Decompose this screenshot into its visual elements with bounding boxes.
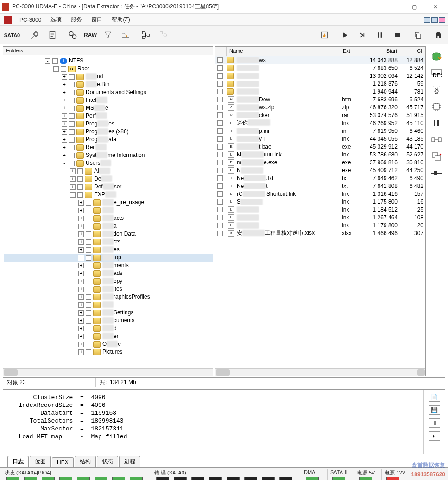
file-row[interactable]: xxxxxxxx13 302 06412 142 <box>215 72 425 80</box>
tree-row[interactable]: -Usersxxxx <box>4 159 213 167</box>
file-row[interactable]: Lxxxxxxxxlnk1 184 51225 <box>215 206 425 213</box>
tree-row[interactable]: +xxxxnd <box>4 73 213 81</box>
tree-checkbox[interactable] <box>86 279 91 284</box>
file-checkbox[interactable] <box>217 112 223 118</box>
file-checkbox[interactable] <box>217 81 223 87</box>
tree-expander[interactable]: - <box>45 58 50 64</box>
file-checkbox[interactable] <box>217 120 223 126</box>
tree-row[interactable]: +xxxxcuments <box>4 317 213 324</box>
tree-row[interactable]: +Oxxxxe <box>4 340 213 348</box>
stop-icon[interactable] <box>389 27 406 43</box>
tree-row[interactable]: xxxxtop <box>4 254 213 262</box>
tree-row[interactable]: +MSxxxxe <box>4 104 213 112</box>
tree-expander[interactable]: + <box>62 121 67 127</box>
tree-checkbox[interactable] <box>86 255 91 261</box>
file-checkbox[interactable] <box>217 160 223 165</box>
tree-scroll[interactable]: -iNTFS-RRoot+xxxxnd+xxxxe.Bin+Documents … <box>3 55 213 368</box>
file-row[interactable]: TNexxxxxxxxttxt7 641 8086 482 <box>215 182 425 190</box>
tree-row[interactable]: +Progxxxxata <box>4 136 213 143</box>
tab-struct[interactable]: 结构 <box>75 456 96 467</box>
menu-options[interactable]: 选项 <box>46 15 66 25</box>
file-checkbox[interactable] <box>217 152 223 157</box>
file-row[interactable]: LSxxxxxxxxlnk1 175 80016 <box>215 198 425 206</box>
tree-checkbox[interactable] <box>86 302 91 308</box>
tree-expander[interactable]: + <box>78 231 84 237</box>
sata-selector[interactable]: SATA0 <box>1 27 23 43</box>
raw-button[interactable]: RAW <box>82 27 99 43</box>
tree-row[interactable]: +Systxxxxme Information <box>4 151 213 159</box>
col-ext[interactable]: Ext <box>340 47 363 56</box>
tree-row[interactable]: +xxxxites <box>4 285 213 293</box>
tree-row[interactable]: +Intelxxxx <box>4 96 213 104</box>
file-checkbox[interactable] <box>217 231 223 236</box>
file-row[interactable]: Exxxxxxxxt baeexe45 329 91244 170 <box>215 143 425 150</box>
tree-checkbox[interactable] <box>77 176 83 182</box>
file-row[interactable]: LrCxxxxxxxx Shortcut.lnklnk1 316 416157 <box>215 190 425 198</box>
tree-collapse-icon[interactable] <box>155 27 172 43</box>
tree-checkbox[interactable] <box>86 318 91 324</box>
tree-expander[interactable]: + <box>78 247 84 253</box>
tree-row[interactable]: +xxxxments <box>4 262 213 269</box>
tree-checkbox[interactable] <box>86 208 91 213</box>
tree-checkbox[interactable] <box>61 66 66 72</box>
tree-row[interactable]: +Progxxxxes <box>4 120 213 128</box>
tree-expander[interactable]: + <box>78 239 84 245</box>
tree-checkbox[interactable] <box>86 247 91 253</box>
tree-checkbox[interactable] <box>86 310 91 316</box>
menu-help[interactable]: 帮助(Z) <box>107 15 134 25</box>
file-checkbox[interactable] <box>217 128 223 134</box>
tree-checkbox[interactable] <box>69 161 75 166</box>
tree-checkbox[interactable] <box>69 121 75 127</box>
file-checkbox[interactable] <box>217 191 223 197</box>
file-checkbox[interactable] <box>217 215 223 220</box>
tree-checkbox[interactable] <box>86 200 91 206</box>
file-checkbox[interactable] <box>217 175 223 181</box>
file-row[interactable]: xxxxxxxxws14 043 88812 884 <box>215 56 425 64</box>
export-icon[interactable] <box>316 27 333 43</box>
tree-expander[interactable]: + <box>62 129 67 135</box>
file-checkbox[interactable] <box>217 223 223 228</box>
file-checkbox[interactable] <box>217 57 223 63</box>
col-start[interactable]: Start <box>363 47 400 56</box>
tree-row[interactable]: +xxxxe.Bin <box>4 81 213 88</box>
tree-expander[interactable]: + <box>70 184 76 190</box>
script-icon[interactable] <box>44 27 61 43</box>
tree-expander[interactable]: + <box>78 318 84 324</box>
file-checkbox[interactable] <box>217 97 223 102</box>
tab-hex[interactable]: HEX <box>52 457 74 467</box>
pause-icon[interactable] <box>372 27 388 43</box>
windows-icon[interactable] <box>429 150 444 163</box>
tree-row[interactable]: +xxxxraphicsProfiles <box>4 293 213 301</box>
tree-hscroll[interactable] <box>3 368 213 376</box>
tree-expander[interactable]: + <box>78 224 84 229</box>
tools-icon[interactable] <box>26 27 43 43</box>
file-checkbox[interactable] <box>217 199 223 205</box>
tree-checkbox[interactable] <box>86 239 91 245</box>
tree-row[interactable]: +Dexxxx <box>4 175 213 183</box>
file-row[interactable]: ENxxxxxxxxexe45 409 71244 250 <box>215 166 425 174</box>
tree-expander[interactable] <box>78 255 84 261</box>
tree-checkbox[interactable] <box>69 82 75 87</box>
tree-row[interactable]: +xxxxd <box>4 324 213 332</box>
tree-checkbox[interactable] <box>69 145 75 150</box>
tree-checkbox[interactable] <box>86 216 91 221</box>
reset-icon[interactable]: RESET <box>429 67 444 80</box>
search-icon[interactable] <box>64 27 81 43</box>
tree-row[interactable]: +xxxxa <box>4 222 213 230</box>
tree-expander[interactable]: - <box>70 192 76 198</box>
file-checkbox[interactable] <box>217 183 223 189</box>
file-row[interactable]: LMxxxxxxxxuuu.lnklnk53 786 68052 627 <box>215 150 425 158</box>
tree-row[interactable]: +xxxxtion Data <box>4 230 213 238</box>
tree-checkbox[interactable] <box>69 113 75 119</box>
tree-row[interactable]: +Perfxxxx <box>4 112 213 120</box>
menu-appname[interactable]: PC-3000 <box>15 16 46 24</box>
file-row[interactable]: TNexxxxxxxx.txttxt7 649 4626 490 <box>215 174 425 182</box>
tree-row[interactable]: +Progxxxxes (x86) <box>4 128 213 136</box>
tree-checkbox[interactable] <box>52 58 58 64</box>
tree-expander[interactable]: + <box>70 168 76 174</box>
tree-expander[interactable]: + <box>62 74 67 80</box>
tree-expander[interactable]: - <box>62 161 67 166</box>
mdi-close[interactable] <box>439 17 445 23</box>
tab-bitmap[interactable]: 位图 <box>30 456 51 467</box>
maximize-button[interactable]: ▢ <box>404 0 425 13</box>
